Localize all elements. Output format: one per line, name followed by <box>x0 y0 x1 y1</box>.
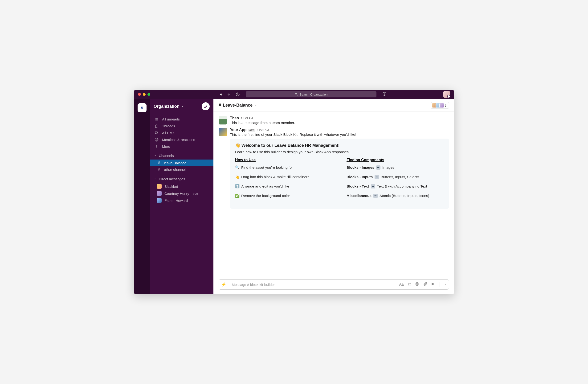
row-rest: Atomic (Buttons, Inputs, Icons) <box>379 194 429 198</box>
sidebar-header: Organization <box>150 99 213 114</box>
avatar[interactable] <box>219 116 227 124</box>
row-text: Arrange and edit as you'd like <box>241 184 289 189</box>
add-workspace-button[interactable]: ＋ <box>138 117 146 126</box>
channel-header: # Leave-Balance 8 <box>213 99 454 112</box>
row-bold: Blocks - Inputs <box>347 175 373 179</box>
app-badge: APP <box>248 129 255 132</box>
avatar <box>157 184 162 189</box>
svg-point-7 <box>156 145 157 146</box>
compose-button[interactable] <box>202 102 210 110</box>
message-list: Theo 11:23 AM This is a message from a t… <box>213 112 454 279</box>
chevron-down-icon <box>254 104 257 107</box>
more-icon <box>155 145 159 149</box>
dm-label: Slackbot <box>165 184 178 189</box>
sidebar-dm-slackbot[interactable]: Slackbot <box>150 183 213 190</box>
sidebar-item-all-unreads[interactable]: All unreads <box>150 116 213 123</box>
avatar-stack <box>432 103 443 108</box>
svg-point-3 <box>384 95 385 95</box>
close-window-icon[interactable] <box>138 93 141 96</box>
block-kit-subtitle: Learn how to use this builder to design … <box>235 150 444 154</box>
format-button[interactable]: Aa <box>399 282 404 287</box>
sidebar-dm-esther-howard[interactable]: Esther Howard <box>150 197 213 204</box>
howto-row: 👆Drag into this block & make "fill conta… <box>235 175 332 179</box>
main-pane: # Leave-Balance 8 <box>213 99 454 294</box>
app-window: Search Organization B ＋ Organization <box>134 90 454 294</box>
member-count: 8 <box>444 104 446 107</box>
back-button[interactable] <box>219 92 223 96</box>
message-composer[interactable]: ⚡ Aa @ <box>219 279 449 290</box>
howto-row: ✅Remove the background color <box>235 194 332 198</box>
row-rest: Images <box>382 165 394 170</box>
svg-point-8 <box>156 146 157 147</box>
message-text: This is the first line of your Slack Blo… <box>230 133 449 137</box>
row-rest: Text & with Accompanying Text <box>377 184 427 189</box>
user-avatar[interactable] <box>443 91 450 98</box>
send-options-icon[interactable] <box>444 282 446 287</box>
svg-point-11 <box>417 284 417 284</box>
emoji-icon[interactable] <box>415 282 419 287</box>
svg-point-1 <box>295 93 297 95</box>
svg-text:B: B <box>141 106 143 110</box>
attach-icon[interactable] <box>423 282 427 287</box>
arrow-icon: ➡ <box>371 184 375 189</box>
threads-icon <box>155 124 159 128</box>
forward-button[interactable] <box>227 92 231 96</box>
history-icon[interactable] <box>236 92 240 96</box>
minimize-window-icon[interactable] <box>143 93 146 96</box>
row-bold: Blocks - Images <box>347 165 374 170</box>
channels-list: #leave-Balance#other-channel <box>150 159 213 173</box>
sidebar-item-label: Mentions & reactions <box>162 138 195 142</box>
maximize-window-icon[interactable] <box>147 93 150 96</box>
message-input[interactable] <box>232 283 396 287</box>
list-icon <box>155 117 159 121</box>
svg-point-10 <box>416 282 419 286</box>
avatar <box>157 191 162 196</box>
members-button[interactable]: 8 <box>431 102 449 109</box>
row-bold: Blocks - Text <box>347 184 369 189</box>
howto-row: ↕️Arrange and edit as you'd like <box>235 184 332 189</box>
sidebar-dm-courtney-henry[interactable]: Courtney Henry you <box>150 190 213 197</box>
message-time: 11:23 AM <box>257 129 269 132</box>
svg-point-6 <box>156 139 157 140</box>
sidebar-item-mentions[interactable]: Mentions & reactions <box>150 136 213 143</box>
shortcuts-icon[interactable]: ⚡ <box>221 282 229 287</box>
org-switcher[interactable]: Organization <box>154 104 184 109</box>
titlebar: Search Organization <box>134 90 454 99</box>
channel-label: other-channel <box>164 168 186 172</box>
sidebar-channel-other-channel[interactable]: #other-channel <box>150 166 213 173</box>
avatar[interactable] <box>219 128 227 136</box>
component-row: Blocks - Text ➡ Text & with Accompanying… <box>347 184 444 189</box>
message-author[interactable]: Your App <box>230 128 246 132</box>
send-icon[interactable] <box>431 282 435 287</box>
message-text: This is a message from a team member. <box>230 121 449 125</box>
components-column: Finding Components Blocks - Images ➡ Ima… <box>347 158 444 203</box>
workspace-icon[interactable]: B <box>138 103 147 112</box>
dms-list: SlackbotCourtney Henry youEsther Howard <box>150 183 213 204</box>
svg-point-9 <box>156 147 157 148</box>
sidebar-item-threads[interactable]: Threads <box>150 123 213 129</box>
history-nav <box>219 92 240 96</box>
sidebar-channel-leave-Balance[interactable]: #leave-Balance <box>150 159 213 166</box>
sidebar-item-label: All unreads <box>162 117 180 121</box>
search-bar[interactable]: Search Organization <box>246 91 377 97</box>
search-placeholder: Search Organization <box>300 93 328 96</box>
divider <box>440 282 440 287</box>
hash-icon: # <box>157 161 161 165</box>
arrow-icon: ➡ <box>373 194 378 198</box>
channels-label: Channels <box>159 154 174 158</box>
composer-tools: Aa @ <box>399 282 446 287</box>
channel-name-button[interactable]: # Leave-Balance <box>219 103 257 108</box>
message-author[interactable]: Theo <box>230 116 239 120</box>
component-row: Miscellaneous ➡ Atomic (Buttons, Inputs,… <box>347 194 444 198</box>
caret-down-icon <box>154 178 156 180</box>
sidebar-item-more[interactable]: More <box>150 143 213 150</box>
row-bold: Miscellaneous <box>347 194 372 198</box>
dms-group-header[interactable]: Direct messages <box>150 175 213 183</box>
arrow-icon: ➡ <box>376 165 380 170</box>
mention-icon[interactable]: @ <box>408 282 411 287</box>
channel-label: leave-Balance <box>164 161 186 165</box>
help-button[interactable] <box>382 92 387 97</box>
sidebar-item-label: All DMs <box>162 131 174 135</box>
channels-group-header[interactable]: Channels <box>150 152 213 159</box>
sidebar-item-all-dms[interactable]: All DMs <box>150 129 213 136</box>
